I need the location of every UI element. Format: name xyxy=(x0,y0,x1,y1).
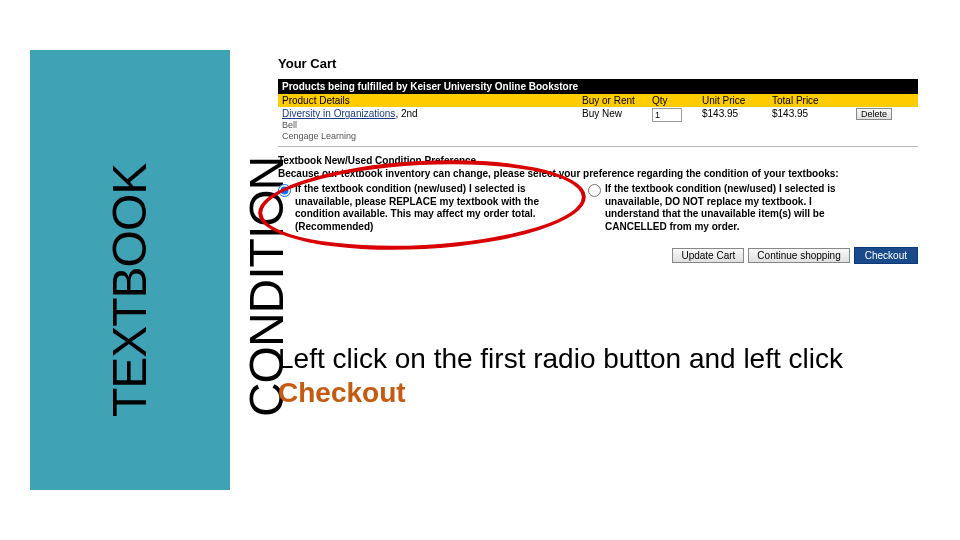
cart-buttons: Update Cart Continue shopping Checkout xyxy=(278,247,918,264)
item-edition: , 2nd xyxy=(395,108,417,119)
pref-heading: Textbook New/Used Condition Preference xyxy=(278,155,918,166)
pref-radio-cancel[interactable] xyxy=(588,184,601,197)
cart-title: Your Cart xyxy=(278,56,918,71)
item-unit-price: $143.95 xyxy=(702,108,772,119)
sidebar-line2: TEXTBOOK xyxy=(107,123,153,417)
pref-option-replace[interactable]: If the textbook condition (new/used) I s… xyxy=(278,183,558,233)
instruction-text: Left click on the first radio button and… xyxy=(278,342,918,409)
item-delete-cell: Delete xyxy=(842,108,892,120)
item-publisher: Cengage Learning xyxy=(282,131,356,141)
pref-note: Because our textbook inventory can chang… xyxy=(278,168,918,179)
continue-shopping-button[interactable]: Continue shopping xyxy=(748,248,849,263)
col-header-qty: Qty xyxy=(652,95,702,106)
col-header-unit: Unit Price xyxy=(702,95,772,106)
sidebar-block: BOOKSTORE TEXTBOOK CONDITION xyxy=(30,50,230,490)
cart-item-row: Diversity in Organizations, 2nd Bell Cen… xyxy=(278,107,918,142)
item-total-price: $143.95 xyxy=(772,108,842,119)
qty-input[interactable] xyxy=(652,108,682,122)
sidebar-line1: BOOKSTORE xyxy=(0,123,16,417)
pref-option-cancel[interactable]: If the textbook condition (new/used) I s… xyxy=(588,183,868,233)
instruction-checkout: Checkout xyxy=(278,377,406,408)
pref-radio-replace[interactable] xyxy=(278,184,291,197)
item-buyorrent: Buy New xyxy=(582,108,652,119)
col-header-total: Total Price xyxy=(772,95,842,106)
pref-option-replace-text: If the textbook condition (new/used) I s… xyxy=(295,183,558,233)
instruction-pre: Left click on the first radio button and… xyxy=(278,343,843,374)
col-header-buyorrent: Buy or Rent xyxy=(582,95,652,106)
update-cart-button[interactable]: Update Cart xyxy=(672,248,744,263)
fulfillment-bar: Products being fulfilled by Keiser Unive… xyxy=(278,79,918,94)
checkout-button[interactable]: Checkout xyxy=(854,247,918,264)
divider xyxy=(278,146,918,147)
col-header-details: Product Details xyxy=(282,95,582,106)
item-details: Diversity in Organizations, 2nd Bell Cen… xyxy=(282,108,582,141)
cart-panel: Your Cart Products being fulfilled by Ke… xyxy=(278,56,918,264)
pref-option-cancel-text: If the textbook condition (new/used) I s… xyxy=(605,183,868,233)
pref-options: If the textbook condition (new/used) I s… xyxy=(278,183,918,233)
delete-button[interactable]: Delete xyxy=(856,108,892,120)
slide: BOOKSTORE TEXTBOOK CONDITION Your Cart P… xyxy=(0,0,960,540)
cart-header-row: Product Details Buy or Rent Qty Unit Pri… xyxy=(278,94,918,107)
item-title-link[interactable]: Diversity in Organizations xyxy=(282,108,395,119)
item-qty-cell xyxy=(652,108,702,122)
item-author: Bell xyxy=(282,120,297,130)
col-header-delete xyxy=(842,95,892,106)
